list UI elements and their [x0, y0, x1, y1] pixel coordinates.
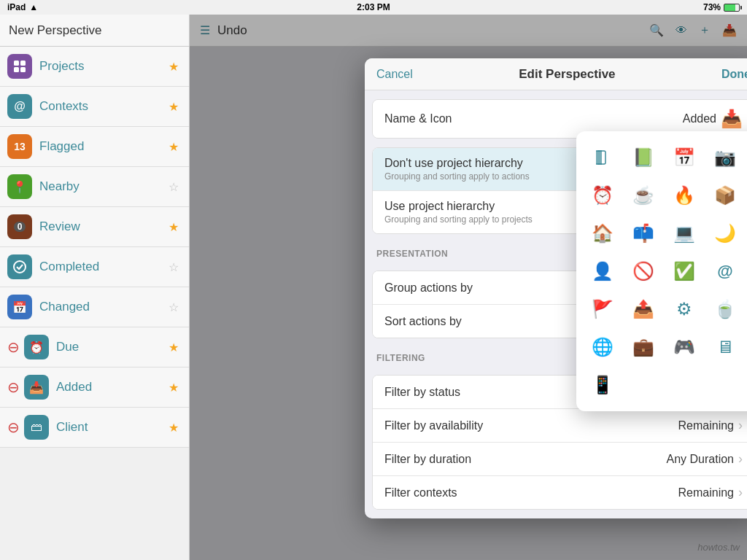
- icon-picker-grid: 📗 📅 📷 🚗 ⏰ ☕ 🔥 📦 🏪 🏠 📫 💻 🌙 V 👤 🚫: [587, 141, 747, 401]
- icon-cell-noslash[interactable]: 🚫: [627, 255, 659, 287]
- icon-cell-camera[interactable]: 📷: [709, 141, 741, 174]
- review-icon: 0: [7, 214, 32, 239]
- name-icon-value: Added: [683, 112, 716, 125]
- wifi-icon: ▲: [29, 2, 38, 12]
- icon-cell-briefcase[interactable]: 💼: [627, 331, 659, 363]
- sidebar-item-client[interactable]: ⊖ 🗃 Client ★: [0, 408, 189, 448]
- filter-context-value: Remaining: [678, 486, 734, 499]
- content-area: ☰ Undo 🔍 👁 ＋ 📥 Cancel Edit Perspective: [190, 15, 747, 560]
- filter-avail-label: Filter by availability: [384, 419, 678, 432]
- status-bar-right: 73%: [703, 2, 740, 12]
- icon-cell-monitor[interactable]: 🖥: [709, 331, 741, 363]
- filter-avail-value: Remaining: [678, 419, 734, 432]
- icon-cell-calendar[interactable]: 📅: [668, 141, 700, 174]
- sidebar-item-changed[interactable]: 📅 Changed ☆: [0, 287, 189, 327]
- icon-cell-house[interactable]: 🏠: [587, 217, 619, 249]
- name-icon-label: Name & Icon: [384, 112, 683, 125]
- client-remove[interactable]: ⊖: [7, 419, 20, 436]
- review-label: Review: [39, 219, 169, 234]
- battery-percent: 73%: [703, 2, 721, 12]
- icon-cell-gear[interactable]: ⚙: [668, 293, 700, 325]
- nearby-icon: 📍: [7, 174, 32, 199]
- icon-cell-book[interactable]: [587, 141, 619, 174]
- modal-title: Edit Perspective: [519, 67, 615, 82]
- sidebar-header: New Perspective: [0, 15, 189, 47]
- review-star: ★: [169, 220, 179, 234]
- completed-label: Completed: [39, 260, 169, 274]
- filter-avail-row[interactable]: Filter by availability Remaining ›: [373, 409, 747, 443]
- icon-cell-laptop[interactable]: 💻: [668, 217, 700, 249]
- due-remove[interactable]: ⊖: [7, 338, 20, 356]
- inbox-icon-display: 📥: [721, 109, 743, 129]
- changed-label: Changed: [39, 300, 169, 314]
- filter-context-row[interactable]: Filter contexts Remaining ›: [373, 476, 747, 509]
- icon-cell-phone[interactable]: 📱: [587, 369, 619, 401]
- sidebar-item-flagged[interactable]: 13 Flagged ★: [0, 127, 189, 167]
- icon-cell-at[interactable]: @: [709, 255, 741, 287]
- filter-context-label: Filter contexts: [384, 486, 678, 499]
- duration-chevron: ›: [738, 451, 743, 467]
- svg-rect-1: [20, 61, 26, 66]
- sidebar-item-contexts[interactable]: @ Contexts ★: [0, 87, 189, 127]
- icon-cell-notebook[interactable]: 📗: [627, 141, 659, 174]
- sidebar-item-review[interactable]: 0 Review ★: [0, 207, 189, 247]
- status-bar-left: iPad ▲: [7, 2, 38, 12]
- changed-star: ☆: [169, 300, 179, 314]
- added-label: Added: [56, 380, 169, 394]
- client-icon: 🗃: [24, 415, 49, 440]
- sidebar-item-due[interactable]: ⊖ ⏰ Due ★: [0, 327, 189, 368]
- completed-icon: [7, 254, 32, 279]
- due-star: ★: [169, 341, 179, 354]
- flagged-star: ★: [169, 140, 179, 154]
- icon-cell-alarm[interactable]: ⏰: [587, 179, 619, 211]
- contexts-star: ★: [169, 100, 179, 114]
- nearby-star: ☆: [169, 180, 179, 194]
- flagged-icon: 13: [7, 134, 32, 159]
- main-layout: New Perspective Projects ★ @ Contexts ★: [0, 15, 747, 560]
- icon-cell-teacup[interactable]: 🍵: [709, 293, 741, 325]
- svg-point-4: [14, 261, 26, 273]
- added-remove[interactable]: ⊖: [7, 378, 20, 396]
- nearby-label: Nearby: [39, 179, 169, 194]
- icon-cell-flag[interactable]: 🚩: [587, 293, 619, 325]
- icon-cell-gamepad[interactable]: 🎮: [668, 331, 700, 363]
- sidebar-item-projects[interactable]: Projects ★: [0, 47, 189, 87]
- filter-duration-label: Filter by duration: [384, 453, 667, 466]
- carrier-label: iPad: [7, 2, 26, 12]
- filter-duration-value: Any Duration: [667, 453, 735, 466]
- icon-cell-mailout[interactable]: 📤: [627, 293, 659, 325]
- sidebar-title: New Perspective: [9, 23, 102, 38]
- modal-header: Cancel Edit Perspective Done: [365, 58, 747, 90]
- client-label: Client: [56, 420, 169, 435]
- icon-cell-globe[interactable]: 🌐: [587, 331, 619, 363]
- client-star: ★: [169, 421, 179, 435]
- icon-cell-mailbox[interactable]: 📫: [627, 217, 659, 249]
- added-icon: 📥: [24, 375, 49, 400]
- icon-picker: 📗 📅 📷 🚗 ⏰ ☕ 🔥 📦 🏪 🏠 📫 💻 🌙 V 👤 🚫: [576, 131, 747, 411]
- watermark: howtos.tw: [697, 542, 740, 553]
- svg-rect-0: [14, 61, 19, 66]
- modal-cancel-button[interactable]: Cancel: [376, 68, 413, 81]
- icon-cell-fire[interactable]: 🔥: [668, 179, 700, 211]
- avail-chevron: ›: [738, 418, 743, 433]
- icon-cell-moon[interactable]: 🌙: [709, 217, 741, 249]
- icon-cell-check-circle[interactable]: ✅: [668, 255, 700, 287]
- svg-rect-2: [14, 67, 19, 72]
- sidebar-item-completed[interactable]: Completed ☆: [0, 247, 189, 287]
- added-star: ★: [169, 381, 179, 394]
- sidebar-item-nearby[interactable]: 📍 Nearby ☆: [0, 167, 189, 207]
- contexts-label: Contexts: [39, 99, 169, 114]
- status-bar: iPad ▲ 2:03 PM 73%: [0, 0, 747, 15]
- icon-cell-person[interactable]: 👤: [587, 255, 619, 287]
- context-chevron: ›: [738, 485, 743, 500]
- filter-duration-row[interactable]: Filter by duration Any Duration ›: [373, 443, 747, 476]
- icon-cell-box[interactable]: 📦: [709, 179, 741, 211]
- projects-star: ★: [169, 60, 179, 74]
- status-bar-time: 2:03 PM: [357, 2, 390, 12]
- modal-done-button[interactable]: Done: [721, 68, 747, 81]
- sidebar-item-added[interactable]: ⊖ 📥 Added ★: [0, 368, 189, 408]
- icon-cell-coffee[interactable]: ☕: [627, 179, 659, 211]
- projects-label: Projects: [39, 59, 169, 74]
- flagged-label: Flagged: [39, 139, 169, 154]
- battery-icon: [724, 4, 740, 12]
